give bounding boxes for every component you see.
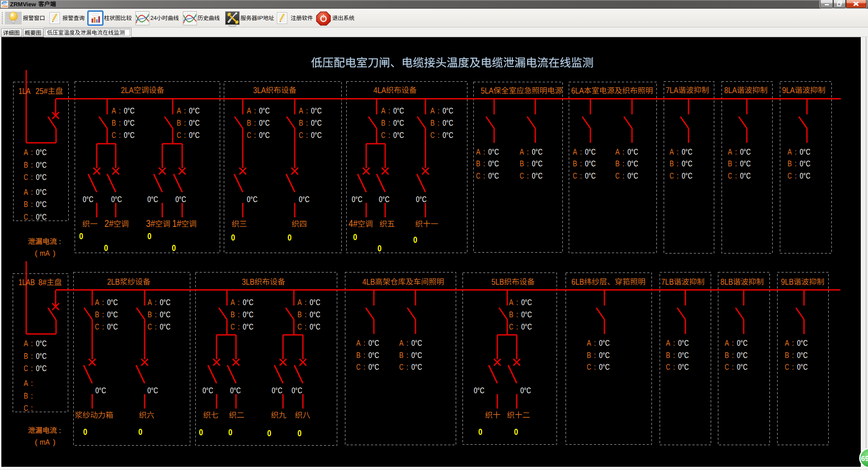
svg-text:0°C: 0°C [243,298,254,307]
svg-text:0°C: 0°C [160,322,171,331]
svg-text:0°C: 0°C [627,147,638,156]
svg-text:0°C: 0°C [175,195,186,204]
svg-text:0°C: 0°C [203,386,213,395]
svg-text:1LA: 1LA [19,87,31,96]
svg-text:A: A [615,147,620,156]
svg-text:): ) [53,438,56,446]
svg-text:0°C: 0°C [36,200,47,209]
svg-text::: : [59,427,61,435]
svg-text:0°C: 0°C [124,131,135,140]
svg-text:1#: 1# [172,218,182,229]
svg-text:0°C: 0°C [532,147,543,156]
svg-text::: : [238,310,240,319]
svg-text:B: B [24,391,28,400]
svg-text::: : [516,310,519,319]
svg-text:0°C: 0°C [521,310,532,319]
svg-text::: : [438,118,440,127]
svg-text::: : [594,351,596,360]
svg-text::: : [673,338,675,348]
svg-text:0°C: 0°C [292,386,302,395]
svg-text:0°C: 0°C [800,147,811,156]
svg-text:B: B [297,310,302,319]
svg-text:0°C: 0°C [259,106,270,115]
svg-text:A: A [112,106,116,115]
svg-text:B: B [520,159,524,168]
svg-text:0°C: 0°C [474,386,485,395]
svg-text:0°C: 0°C [111,195,122,204]
svg-text::: : [155,322,157,331]
svg-text:4#: 4# [349,218,358,229]
svg-text:C: C [728,171,732,180]
svg-text:0: 0 [83,428,87,437]
svg-text:0°C: 0°C [310,310,321,319]
svg-text::: : [594,338,596,348]
svg-text:C: C [430,131,435,140]
svg-text:C: C [509,322,514,331]
svg-text:A: A [666,338,670,348]
svg-text::: : [305,310,307,319]
svg-text:0°C: 0°C [36,364,47,373]
svg-text:0°C: 0°C [737,362,748,371]
svg-text::: : [306,118,308,127]
svg-text:0°C: 0°C [532,159,543,168]
svg-text:0°C: 0°C [189,131,200,140]
svg-text:0°C: 0°C [124,106,135,115]
svg-text:0°C: 0°C [443,106,453,115]
svg-text:0°C: 0°C [740,171,751,180]
svg-text:0°C: 0°C [36,188,47,197]
svg-text::: : [673,351,675,360]
svg-text::: : [795,159,797,168]
svg-text:C: C [24,212,28,221]
svg-text:5LA: 5LA [481,86,494,96]
svg-text:B: B [356,351,361,360]
svg-text::: : [438,131,440,140]
svg-text::: : [238,322,240,331]
svg-text:0°C: 0°C [800,171,811,180]
svg-text:0°C: 0°C [411,362,422,371]
svg-text:0°C: 0°C [443,118,453,127]
svg-text::: : [732,351,734,360]
svg-text::: : [31,173,33,182]
svg-text:A: A [785,338,789,348]
svg-text:C: C [520,171,524,180]
svg-text:0°C: 0°C [585,147,596,156]
svg-text::: : [735,171,737,180]
svg-text:C: C [587,362,591,371]
svg-text::: : [388,106,391,115]
svg-text::: : [102,310,104,319]
svg-text:0°C: 0°C [311,106,322,115]
svg-text:2LB: 2LB [107,277,120,287]
svg-text:C: C [24,364,28,373]
svg-text:A: A [788,147,792,156]
svg-text::: : [527,159,529,168]
svg-text:C: C [670,171,674,180]
svg-text:0°C: 0°C [585,171,596,180]
svg-text::: : [673,362,675,371]
svg-text:0°C: 0°C [488,147,499,156]
svg-text:0: 0 [353,233,357,242]
svg-text::: : [254,118,256,127]
svg-text:1LAB: 1LAB [19,278,35,287]
svg-text:0°C: 0°C [443,131,453,140]
svg-text:A: A [520,147,524,156]
svg-text:8LB: 8LB [721,277,733,287]
svg-text::: : [732,338,734,348]
svg-text::: : [31,212,33,221]
svg-text:C: C [247,131,251,140]
svg-text:ZRM: ZRM [2,5,8,8]
svg-text:0°C: 0°C [147,195,158,204]
svg-text:24: 24 [151,15,157,21]
svg-text::: : [305,298,307,307]
svg-text:A: A [573,147,577,156]
svg-text:0°C: 0°C [272,386,283,395]
svg-text::: : [31,379,33,388]
svg-text::: : [792,351,794,360]
svg-text::: : [623,159,625,168]
svg-text:0°C: 0°C [678,351,689,360]
svg-text:B: B [788,159,792,168]
svg-text:0: 0 [199,428,203,437]
svg-text:IP: IP [257,15,263,21]
svg-text:0: 0 [297,429,302,438]
svg-text::: : [623,171,625,180]
svg-text:B: B [24,200,28,209]
